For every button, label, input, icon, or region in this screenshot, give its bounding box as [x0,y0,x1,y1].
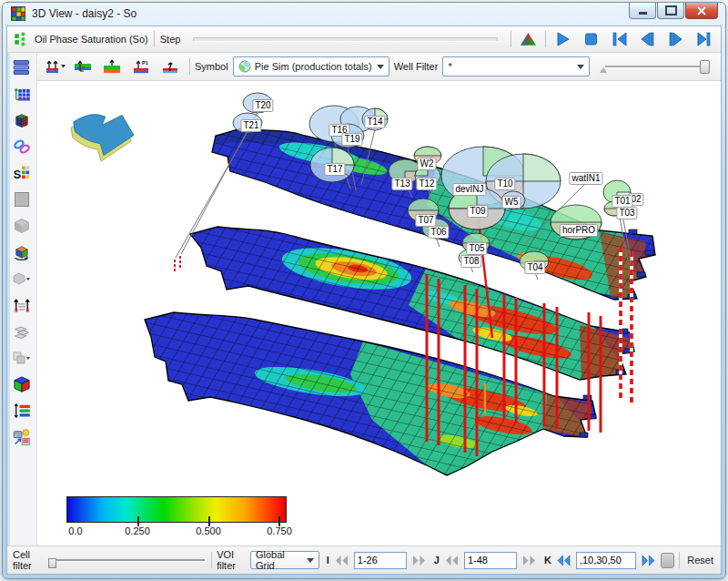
bottom-filter-bar: Cell filter VOI filter Global Grid I J K [7,545,721,574]
chevron-down-icon [577,65,584,69]
step-label: Step [160,34,181,45]
probe-tools-icon[interactable] [11,426,33,448]
toolbar-wells: P1 Symbol Pie Sim (production totals) We… [37,53,721,81]
well-label-T05: T05 [466,242,487,255]
link-views-icon[interactable] [11,136,33,158]
well-label-T07: T07 [415,214,436,227]
voi-filter-label: VOI filter [217,549,246,571]
k-range-prev-button[interactable] [556,553,571,567]
wells-all-icon[interactable] [43,56,68,76]
well-label-T19: T19 [341,133,362,146]
viewport-3d[interactable]: T20T21T16T19T14T17W2T13T12devINJT10W5T09… [37,81,721,545]
i-range-input[interactable] [354,552,407,569]
symbol-select[interactable]: Pie Sim (production totals) [233,56,389,76]
play-button[interactable] [551,29,574,49]
areal-view-icon[interactable] [11,83,33,105]
voi-filter-select[interactable]: Global Grid [250,551,319,569]
titlebar[interactable]: 3D View - daisy2 - So [3,3,725,25]
grid-3d-icon[interactable] [11,109,33,131]
slice-menu-icon[interactable] [11,347,33,369]
wells-trajectory-icon[interactable] [159,56,185,76]
close-button[interactable] [685,3,718,19]
well-label-T06: T06 [428,226,449,239]
layer-range-icon[interactable] [11,400,33,422]
wells-perf-icon[interactable]: P1 [130,56,156,76]
well-label-T21: T21 [240,119,261,132]
block-3d-icon[interactable] [11,215,33,237]
well-filter-combo[interactable]: * [442,56,590,76]
screenshot-root: 3D View - daisy2 - So Oil Phase Saturati… [0,0,728,581]
property-label: Oil Phase Saturation (So) [35,34,148,45]
prev-step-button[interactable] [636,29,659,49]
tree-view-icon[interactable] [11,56,33,78]
k-range-next-button[interactable] [641,553,656,567]
app-frame: Oil Phase Saturation (So) Step S P1 [6,25,722,575]
well-label-T04: T04 [524,261,545,274]
colorbar-tick-label: 0.250 [125,525,150,536]
well-labels: T20T21T16T19T14T17W2T13T12devINJT10W5T09… [37,81,721,545]
well-icon-group: P1 [43,56,185,76]
slider-thumb[interactable] [700,60,710,74]
cell-filter-slider[interactable] [46,555,207,566]
well-label-W2: W2 [418,158,437,170]
svg-text:P1: P1 [142,60,148,66]
wells-layers-icon[interactable] [11,294,33,316]
property-select-icon[interactable]: S [11,162,33,184]
wells-producer-icon[interactable] [101,56,126,76]
separator [189,58,190,75]
symbol-label: Symbol [195,61,228,72]
close-icon [697,6,706,15]
well-label-T14: T14 [364,116,385,128]
minimize-button[interactable] [629,3,656,19]
separator [511,31,511,47]
wells-injector-icon[interactable] [72,56,97,76]
property-type-icon [13,31,29,47]
well-label-T13: T13 [391,178,412,190]
last-step-button[interactable] [693,29,715,49]
step-slider[interactable] [193,37,498,42]
i-range-next-button[interactable] [411,553,427,567]
separator [545,31,546,47]
j-range-prev-button[interactable] [444,553,460,567]
well-label-T20: T20 [252,99,273,112]
k-range-label: K [544,555,551,566]
k-range-input[interactable] [576,552,636,569]
next-step-button[interactable] [664,29,687,49]
separator [211,552,212,568]
chevron-down-icon [377,65,384,69]
slider-track [56,559,206,562]
slider-track [605,66,708,68]
well-label-watIN1: watIN1 [569,172,602,185]
pie-icon [238,60,251,73]
i-range-label: I [327,555,329,566]
cube-faces-icon[interactable] [11,373,33,395]
first-step-button[interactable] [608,29,631,49]
time-color-icon[interactable] [517,29,540,49]
cell-filter-label: Cell filter [13,549,42,571]
well-label-devINJ: devINJ [452,183,486,196]
window-3d-view: 3D View - daisy2 - So Oil Phase Saturati… [2,2,726,579]
sidebar-toolbar: S [7,53,37,545]
well-label-T01: T01 [612,195,632,208]
maximize-button[interactable] [657,3,684,19]
stop-button[interactable] [580,29,602,49]
well-label-T17: T17 [324,163,345,176]
plane-ij-icon[interactable] [11,189,33,210]
layers-stack-icon[interactable] [11,321,33,342]
reset-button[interactable]: Reset [687,555,713,566]
colorbar-tick-label: 0.750 [267,525,292,536]
range-stop-button[interactable] [661,553,674,568]
well-label-W5: W5 [502,196,521,209]
colorbar-tick-label: 0.500 [196,525,221,536]
rotate-view-icon[interactable] [11,241,33,263]
transparency-slider[interactable] [598,60,712,73]
symbol-value: Pie Sim (production totals) [255,61,372,72]
well-label-T12: T12 [416,178,437,190]
i-range-prev-button[interactable] [334,553,349,567]
j-range-input[interactable] [464,552,517,569]
block-menu-icon[interactable] [11,268,33,290]
well-label-T10: T10 [494,178,515,190]
slider-thumb[interactable] [48,558,56,568]
well-label-horPRO: horPRO [560,224,598,237]
j-range-next-button[interactable] [521,553,537,567]
